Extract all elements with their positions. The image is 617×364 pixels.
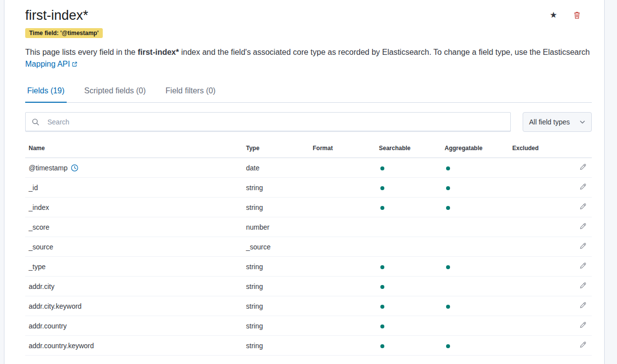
pencil-icon xyxy=(579,282,587,289)
pencil-icon xyxy=(579,202,587,210)
clock-icon xyxy=(71,164,79,172)
star-icon: ★ xyxy=(550,11,557,19)
aggregatable-dot xyxy=(446,344,450,348)
pencil-icon xyxy=(579,341,587,349)
searchable-dot xyxy=(380,305,384,309)
header-actions: ★ xyxy=(550,11,592,19)
field-format xyxy=(313,257,379,277)
edit-field-button[interactable] xyxy=(579,301,587,309)
edit-field-button[interactable] xyxy=(579,222,587,230)
field-format xyxy=(313,217,379,237)
fields-table: Name Type Format Searchable Aggregatable… xyxy=(25,140,592,356)
pencil-icon xyxy=(579,222,587,230)
searchable-dot xyxy=(380,206,384,210)
page-description: This page lists every field in the first… xyxy=(25,46,592,70)
field-type: string xyxy=(246,316,313,336)
pencil-icon xyxy=(579,301,587,309)
table-row: addr.city.keyword string xyxy=(25,296,592,316)
edit-field-button[interactable] xyxy=(579,341,587,349)
field-type: number xyxy=(246,217,313,237)
searchable-dot xyxy=(380,186,384,190)
field-excluded xyxy=(512,336,572,356)
field-type-filter-value: All field types xyxy=(529,118,578,126)
field-format xyxy=(313,277,379,296)
tab-scripted-fields[interactable]: Scripted fields (0) xyxy=(82,81,148,103)
column-header-type: Type xyxy=(246,140,313,158)
field-type: date xyxy=(246,158,313,178)
field-name: _type xyxy=(29,263,45,271)
field-excluded xyxy=(512,237,572,257)
table-row: _score number xyxy=(25,217,592,237)
search-wrap xyxy=(25,112,511,132)
field-name: _source xyxy=(29,243,53,251)
field-type: string xyxy=(246,336,313,356)
external-link-icon xyxy=(72,61,78,67)
column-header-actions xyxy=(572,140,592,158)
search-input[interactable] xyxy=(25,112,511,132)
field-format xyxy=(313,198,379,217)
field-excluded xyxy=(512,158,572,178)
description-prefix: This page lists every field in the xyxy=(25,48,138,56)
field-type-filter[interactable]: All field types xyxy=(523,112,592,132)
edit-field-button[interactable] xyxy=(579,321,587,329)
chevron-down-icon xyxy=(578,118,586,126)
field-name: _index xyxy=(29,203,49,211)
column-header-searchable: Searchable xyxy=(379,140,445,158)
delete-index-pattern-button[interactable] xyxy=(573,11,581,19)
field-type: string xyxy=(246,277,313,296)
tab-fields[interactable]: Fields (19) xyxy=(25,81,67,103)
field-excluded xyxy=(512,296,572,316)
searchable-dot xyxy=(380,285,384,289)
aggregatable-dot xyxy=(446,186,450,190)
field-table-body: @timestamp date _id string xyxy=(25,158,592,356)
field-excluded xyxy=(512,198,572,217)
field-format xyxy=(313,237,379,257)
column-header-format: Format xyxy=(313,140,379,158)
index-name-bold: first-index* xyxy=(138,48,179,56)
field-format xyxy=(313,158,379,178)
searchable-dot xyxy=(380,344,384,348)
column-header-aggregatable: Aggregatable xyxy=(445,140,512,158)
pencil-icon xyxy=(579,183,587,191)
aggregatable-dot xyxy=(446,206,450,210)
edit-field-button[interactable] xyxy=(579,202,587,210)
search-icon xyxy=(32,118,40,126)
table-row: _id string xyxy=(25,178,592,198)
table-row: addr.country string xyxy=(25,316,592,336)
edit-field-button[interactable] xyxy=(579,163,587,171)
field-type: _source xyxy=(246,237,313,257)
field-name: _score xyxy=(29,223,49,231)
field-name: addr.city xyxy=(29,283,54,290)
field-format xyxy=(313,316,379,336)
field-excluded xyxy=(512,257,572,277)
pencil-icon xyxy=(579,321,587,329)
fields-toolbar: All field types xyxy=(25,112,592,132)
field-name: addr.city.keyword xyxy=(29,302,82,310)
aggregatable-dot xyxy=(446,265,450,269)
searchable-dot xyxy=(380,265,384,269)
favorite-button[interactable]: ★ xyxy=(550,11,557,19)
edit-field-button[interactable] xyxy=(579,262,587,270)
field-format xyxy=(313,336,379,356)
mapping-api-link[interactable]: Mapping API xyxy=(25,60,70,68)
table-row: addr.city string xyxy=(25,277,592,296)
index-pattern-panel: first-index* ★ Time field: '@timestamp' … xyxy=(4,0,605,364)
table-row: addr.country.keyword string xyxy=(25,336,592,356)
field-name: addr.country.keyword xyxy=(29,342,94,350)
table-row: _source _source xyxy=(25,237,592,257)
edit-field-button[interactable] xyxy=(579,183,587,191)
edit-field-button[interactable] xyxy=(579,242,587,250)
trash-icon xyxy=(573,11,581,19)
field-type: string xyxy=(246,296,313,316)
field-format xyxy=(313,178,379,198)
table-row: _type string xyxy=(25,257,592,277)
pencil-icon xyxy=(579,262,587,270)
field-excluded xyxy=(512,277,572,296)
searchable-dot xyxy=(380,324,384,328)
edit-field-button[interactable] xyxy=(579,282,587,289)
table-row: @timestamp date xyxy=(25,158,592,178)
column-header-excluded: Excluded xyxy=(512,140,572,158)
table-row: _index string xyxy=(25,198,592,217)
tab-field-filters[interactable]: Field filters (0) xyxy=(164,81,217,103)
field-type: string xyxy=(246,257,313,277)
